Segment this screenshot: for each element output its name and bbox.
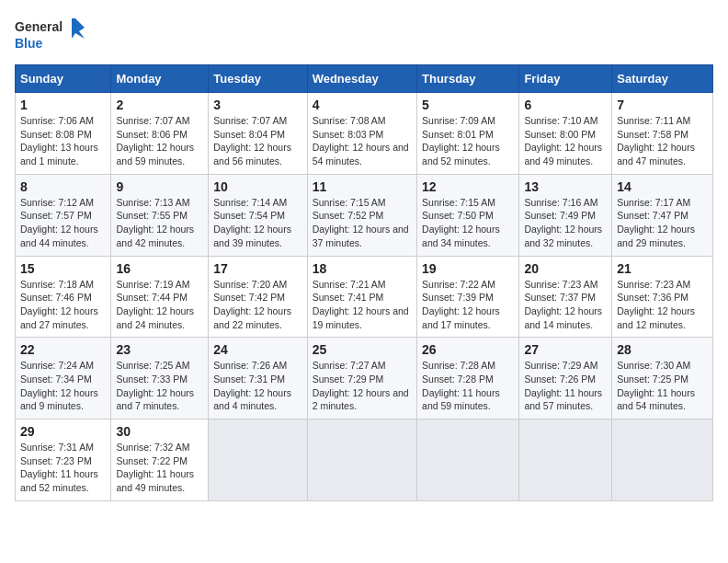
day-info: Sunrise: 7:28 AMSunset: 7:28 PMDaylight:… (422, 359, 514, 413)
day-info: Sunrise: 7:15 AMSunset: 7:50 PMDaylight:… (422, 196, 514, 250)
day-header-monday: Monday (111, 65, 209, 93)
week-row-4: 22 Sunrise: 7:24 AMSunset: 7:34 PMDaylig… (16, 338, 713, 419)
day-info: Sunrise: 7:14 AMSunset: 7:54 PMDaylight:… (213, 196, 301, 250)
day-number: 23 (116, 342, 203, 357)
day-info: Sunrise: 7:19 AMSunset: 7:44 PMDaylight:… (116, 278, 203, 332)
day-number: 14 (617, 179, 708, 194)
logo-svg: General Blue (15, 15, 88, 55)
calendar-cell: 25 Sunrise: 7:27 AMSunset: 7:29 PMDaylig… (307, 338, 416, 419)
week-row-3: 15 Sunrise: 7:18 AMSunset: 7:46 PMDaylig… (16, 256, 713, 338)
day-number: 18 (313, 261, 412, 276)
day-number: 17 (213, 261, 301, 276)
day-number: 11 (313, 179, 412, 194)
calendar-cell: 9 Sunrise: 7:13 AMSunset: 7:55 PMDayligh… (111, 174, 209, 256)
calendar-cell (417, 419, 519, 501)
day-number: 4 (313, 98, 412, 112)
week-row-2: 8 Sunrise: 7:12 AMSunset: 7:57 PMDayligh… (16, 174, 713, 256)
calendar-cell (519, 419, 612, 501)
day-number: 13 (524, 179, 607, 194)
day-number: 19 (422, 261, 514, 276)
day-number: 21 (617, 261, 708, 276)
day-info: Sunrise: 7:15 AMSunset: 7:52 PMDaylight:… (313, 196, 412, 250)
day-number: 2 (116, 98, 203, 112)
day-number: 26 (422, 342, 514, 357)
day-info: Sunrise: 7:23 AMSunset: 7:37 PMDaylight:… (524, 278, 607, 332)
day-info: Sunrise: 7:07 AMSunset: 8:06 PMDaylight:… (116, 114, 203, 168)
day-info: Sunrise: 7:30 AMSunset: 7:25 PMDaylight:… (617, 359, 708, 413)
day-number: 3 (213, 98, 301, 112)
week-row-1: 1 Sunrise: 7:06 AMSunset: 8:08 PMDayligh… (16, 93, 713, 175)
week-row-5: 29 Sunrise: 7:31 AMSunset: 7:23 PMDaylig… (16, 419, 713, 501)
calendar-cell: 7 Sunrise: 7:11 AMSunset: 7:58 PMDayligh… (612, 93, 713, 175)
calendar-cell: 15 Sunrise: 7:18 AMSunset: 7:46 PMDaylig… (16, 256, 111, 338)
calendar-cell: 2 Sunrise: 7:07 AMSunset: 8:06 PMDayligh… (111, 93, 209, 175)
day-number: 9 (116, 179, 203, 194)
calendar-cell: 22 Sunrise: 7:24 AMSunset: 7:34 PMDaylig… (16, 338, 111, 419)
day-info: Sunrise: 7:18 AMSunset: 7:46 PMDaylight:… (20, 278, 106, 332)
day-info: Sunrise: 7:12 AMSunset: 7:57 PMDaylight:… (20, 196, 106, 250)
day-number: 10 (213, 179, 301, 194)
day-info: Sunrise: 7:29 AMSunset: 7:26 PMDaylight:… (524, 359, 607, 413)
calendar-cell: 5 Sunrise: 7:09 AMSunset: 8:01 PMDayligh… (417, 93, 519, 175)
calendar-cell (307, 419, 416, 501)
day-number: 1 (20, 98, 106, 112)
day-info: Sunrise: 7:13 AMSunset: 7:55 PMDaylight:… (116, 196, 203, 250)
day-number: 12 (422, 179, 514, 194)
calendar-cell (612, 419, 713, 501)
day-info: Sunrise: 7:10 AMSunset: 8:00 PMDaylight:… (524, 114, 607, 168)
day-number: 28 (617, 342, 708, 357)
day-number: 29 (20, 424, 106, 439)
day-number: 6 (524, 98, 607, 112)
day-number: 8 (20, 179, 106, 194)
day-info: Sunrise: 7:07 AMSunset: 8:04 PMDaylight:… (213, 114, 301, 168)
day-info: Sunrise: 7:32 AMSunset: 7:22 PMDaylight:… (116, 441, 203, 495)
svg-text:Blue: Blue (15, 36, 43, 51)
day-number: 20 (524, 261, 607, 276)
calendar-cell: 23 Sunrise: 7:25 AMSunset: 7:33 PMDaylig… (111, 338, 209, 419)
day-number: 5 (422, 98, 514, 112)
page-header: General Blue (15, 15, 713, 55)
day-number: 25 (313, 342, 412, 357)
calendar-cell (209, 419, 307, 501)
day-info: Sunrise: 7:27 AMSunset: 7:29 PMDaylight:… (313, 359, 412, 413)
svg-marker-2 (72, 18, 85, 39)
day-info: Sunrise: 7:11 AMSunset: 7:58 PMDaylight:… (617, 114, 708, 168)
calendar-cell: 26 Sunrise: 7:28 AMSunset: 7:28 PMDaylig… (417, 338, 519, 419)
day-header-saturday: Saturday (612, 65, 713, 93)
day-number: 15 (20, 261, 106, 276)
day-header-sunday: Sunday (16, 65, 111, 93)
day-header-tuesday: Tuesday (209, 65, 307, 93)
day-info: Sunrise: 7:16 AMSunset: 7:49 PMDaylight:… (524, 196, 607, 250)
day-header-friday: Friday (519, 65, 612, 93)
day-info: Sunrise: 7:25 AMSunset: 7:33 PMDaylight:… (116, 359, 203, 413)
day-number: 16 (116, 261, 203, 276)
calendar-cell: 30 Sunrise: 7:32 AMSunset: 7:22 PMDaylig… (111, 419, 209, 501)
calendar-cell: 12 Sunrise: 7:15 AMSunset: 7:50 PMDaylig… (417, 174, 519, 256)
calendar-cell: 4 Sunrise: 7:08 AMSunset: 8:03 PMDayligh… (307, 93, 416, 175)
day-info: Sunrise: 7:17 AMSunset: 7:47 PMDaylight:… (617, 196, 708, 250)
calendar-cell: 13 Sunrise: 7:16 AMSunset: 7:49 PMDaylig… (519, 174, 612, 256)
calendar-cell: 3 Sunrise: 7:07 AMSunset: 8:04 PMDayligh… (209, 93, 307, 175)
svg-text:General: General (15, 19, 63, 34)
day-number: 27 (524, 342, 607, 357)
day-number: 24 (213, 342, 301, 357)
calendar-cell: 8 Sunrise: 7:12 AMSunset: 7:57 PMDayligh… (16, 174, 111, 256)
calendar-cell: 20 Sunrise: 7:23 AMSunset: 7:37 PMDaylig… (519, 256, 612, 338)
day-info: Sunrise: 7:24 AMSunset: 7:34 PMDaylight:… (20, 359, 106, 413)
calendar-cell: 18 Sunrise: 7:21 AMSunset: 7:41 PMDaylig… (307, 256, 416, 338)
logo: General Blue (15, 15, 88, 55)
day-info: Sunrise: 7:06 AMSunset: 8:08 PMDaylight:… (20, 114, 106, 168)
calendar-table: SundayMondayTuesdayWednesdayThursdayFrid… (15, 64, 713, 501)
day-info: Sunrise: 7:22 AMSunset: 7:39 PMDaylight:… (422, 278, 514, 332)
day-info: Sunrise: 7:23 AMSunset: 7:36 PMDaylight:… (617, 278, 708, 332)
calendar-cell: 16 Sunrise: 7:19 AMSunset: 7:44 PMDaylig… (111, 256, 209, 338)
day-number: 7 (617, 98, 708, 112)
calendar-cell: 19 Sunrise: 7:22 AMSunset: 7:39 PMDaylig… (417, 256, 519, 338)
day-info: Sunrise: 7:08 AMSunset: 8:03 PMDaylight:… (313, 114, 412, 168)
calendar-cell: 27 Sunrise: 7:29 AMSunset: 7:26 PMDaylig… (519, 338, 612, 419)
calendar-cell: 11 Sunrise: 7:15 AMSunset: 7:52 PMDaylig… (307, 174, 416, 256)
day-info: Sunrise: 7:20 AMSunset: 7:42 PMDaylight:… (213, 278, 301, 332)
calendar-cell: 14 Sunrise: 7:17 AMSunset: 7:47 PMDaylig… (612, 174, 713, 256)
calendar-cell: 1 Sunrise: 7:06 AMSunset: 8:08 PMDayligh… (16, 93, 111, 175)
day-number: 22 (20, 342, 106, 357)
